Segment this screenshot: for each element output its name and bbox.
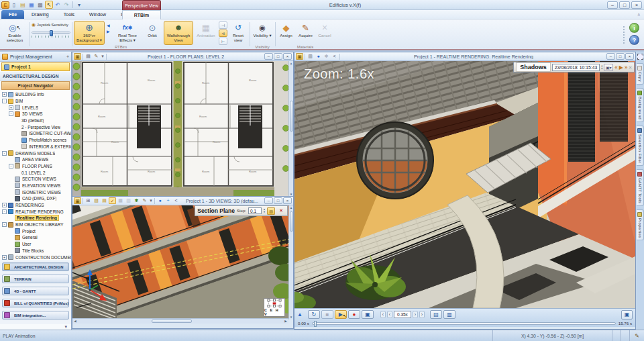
scrollbar-thumb[interactable] xyxy=(290,211,293,232)
menu-tab[interactable]: File xyxy=(1,10,24,19)
tree-item[interactable]: Title Blocks xyxy=(0,248,71,254)
tree-item[interactable]: User xyxy=(0,241,71,248)
shadow-play-icon[interactable]: ▶ xyxy=(619,64,623,70)
section-plane-save-icon[interactable]: ▨ xyxy=(267,207,275,215)
tree-item[interactable]: PhotoMatch scenes xyxy=(0,137,71,144)
dropdown-icon[interactable]: ▾ xyxy=(101,53,105,60)
pager-left-icon[interactable]: ◀ xyxy=(107,23,110,28)
close-button[interactable]: × xyxy=(283,53,292,60)
close-button[interactable]: × xyxy=(631,1,642,9)
tree-expander[interactable] xyxy=(9,190,13,195)
tree-expander[interactable] xyxy=(9,229,13,234)
collapse-playbar-icon[interactable]: ▲ xyxy=(297,311,303,318)
close-button[interactable]: × xyxy=(283,197,292,204)
assign-button[interactable]: ◆ Assign xyxy=(277,21,295,45)
minimize-button[interactable]: – xyxy=(606,53,615,60)
pager-right-icon[interactable]: ▶ xyxy=(107,29,110,34)
restore-button[interactable]: □ xyxy=(274,197,282,204)
restore-button[interactable]: □ xyxy=(274,53,282,60)
app-icon[interactable]: E xyxy=(1,1,9,9)
snap-icon[interactable]: ✓ xyxy=(109,197,116,204)
minimize-button[interactable]: – xyxy=(607,1,618,9)
speed-down2-button[interactable]: ‹ xyxy=(387,311,392,318)
project-navigator-bar[interactable]: Project Navigator xyxy=(1,81,70,90)
tree-expander[interactable]: + xyxy=(9,105,13,110)
play-button[interactable]: ▶↖ xyxy=(335,310,347,319)
tree-expander[interactable] xyxy=(15,118,20,123)
tree-item[interactable]: CAD (DWG, DXF) xyxy=(0,195,71,202)
joystick-sensitivity-control[interactable]: ◉Joystick Sensitivity xyxy=(32,22,70,38)
record-button[interactable]: ● xyxy=(348,310,360,319)
menu-tab[interactable]: Window xyxy=(82,10,113,19)
side-panel-tab[interactable]: GANTT Tools xyxy=(637,169,644,206)
floor-plan-titlebar[interactable]: ▣ ▤ ✎ ▾ Project 1 - FLOOR PLANS: LEVEL 2… xyxy=(72,52,293,61)
loop-button[interactable]: ↻ xyxy=(308,310,320,319)
module-button[interactable]: ARCHITECTURAL DESIGN xyxy=(2,262,69,271)
tree-expander[interactable]: + xyxy=(2,255,7,260)
folder-icon[interactable]: ▤ xyxy=(101,197,108,204)
scroll-up-icon[interactable]: ▲ xyxy=(289,61,293,66)
window-menu-icon[interactable]: ▣ xyxy=(74,197,81,204)
restore-button[interactable]: □ xyxy=(619,1,630,9)
module-button[interactable]: 4D - GANTT xyxy=(2,287,69,295)
view-prev-button[interactable]: ⊣ xyxy=(219,21,227,29)
tree-expander[interactable]: - xyxy=(2,222,7,227)
visibility-button[interactable]: ◉ Visibility ▾ xyxy=(252,21,273,45)
share-icon[interactable]: < xyxy=(331,53,338,60)
capture-settings-button[interactable]: ▣ xyxy=(621,310,633,320)
menu-tab[interactable]: Tools xyxy=(56,10,82,19)
share-icon[interactable]: < xyxy=(172,197,180,204)
tree-item[interactable]: 0.1 LEVEL 2 xyxy=(0,169,71,176)
joystick-sensitivity-slider[interactable] xyxy=(32,32,70,34)
help-button[interactable]: ? xyxy=(629,35,639,45)
tree-item[interactable]: - BIM OBJECTS LIBRARY xyxy=(0,222,71,228)
spin-down-icon[interactable]: ▾ xyxy=(601,67,602,70)
tree-item[interactable]: + LEVELS xyxy=(0,104,71,111)
qat-more-button[interactable]: ▾ xyxy=(75,1,83,9)
tree-expander[interactable]: - xyxy=(2,209,7,214)
dock-icon[interactable] xyxy=(637,54,643,60)
section-box-widget[interactable]: C E H V xyxy=(264,298,285,317)
tree-item[interactable]: - BIM xyxy=(0,98,71,105)
context-tab-perspective-view[interactable]: Perspective View xyxy=(122,0,161,10)
modules-more-icon[interactable]: ▾ xyxy=(0,324,71,330)
add-keyframe-button[interactable]: ▤ xyxy=(430,310,442,319)
vertical-scrollbar[interactable]: ▲ ▼ xyxy=(288,205,293,320)
sphere-icon[interactable]: ● xyxy=(156,197,164,204)
side-panel-tab[interactable]: Selection Filter xyxy=(637,126,644,166)
collapse-ribbon-icon[interactable]: ▵ xyxy=(637,11,640,17)
ungroup-icon[interactable]: ▥ xyxy=(125,197,132,204)
sphere-icon[interactable]: ● xyxy=(315,53,322,60)
timeline-slider[interactable] xyxy=(312,322,616,325)
dropdown-icon[interactable]: ▾ xyxy=(149,197,153,204)
step-spinner[interactable]: ▴▾ xyxy=(264,208,265,213)
tree-expander[interactable] xyxy=(9,235,13,240)
texture-icon[interactable]: ▨ xyxy=(93,197,100,204)
tree-expander[interactable]: - xyxy=(2,99,7,103)
slider-thumb[interactable] xyxy=(50,30,53,36)
restore-button[interactable]: □ xyxy=(616,53,625,60)
module-button[interactable]: BIM integration... xyxy=(2,311,69,320)
calendar-dropdown[interactable]: ▣▾ xyxy=(604,64,613,71)
walkthrough-view-button[interactable]: ☻ Walkthrough View xyxy=(164,21,193,45)
undo-button[interactable]: ↶ xyxy=(54,1,62,9)
axes-icon[interactable]: + xyxy=(164,197,172,204)
side-panel-tab[interactable]: Copy xyxy=(637,63,644,85)
print-button[interactable]: ▩ xyxy=(36,1,44,9)
shadow-close-icon[interactable]: × xyxy=(629,64,632,70)
redo-button[interactable]: ↷ xyxy=(62,1,70,9)
view-3d-canvas[interactable]: Section Plane Step: 0.1 ▴▾ ▨ × xyxy=(72,205,293,320)
scroll-up-icon[interactable]: ▲ xyxy=(289,205,293,210)
datetime-spinner[interactable]: ▴▾ xyxy=(601,64,602,70)
speed-up2-button[interactable]: › xyxy=(419,311,425,318)
tree-item[interactable]: - 3D VIEWS xyxy=(0,111,71,117)
speed-up-button[interactable]: › xyxy=(413,311,418,318)
tree-expander[interactable] xyxy=(9,196,13,201)
tree-expander[interactable] xyxy=(9,215,13,220)
save-button[interactable]: ▦ xyxy=(28,1,36,9)
notes-icon[interactable]: ▤ xyxy=(85,53,92,60)
real-time-effects-button[interactable]: fx✱ Real Time Effects ▾ xyxy=(114,21,141,45)
scroll-down-icon[interactable]: ▼ xyxy=(289,315,293,320)
star-icon[interactable]: ✱ xyxy=(323,53,330,60)
tree-expander[interactable]: - xyxy=(9,111,13,116)
